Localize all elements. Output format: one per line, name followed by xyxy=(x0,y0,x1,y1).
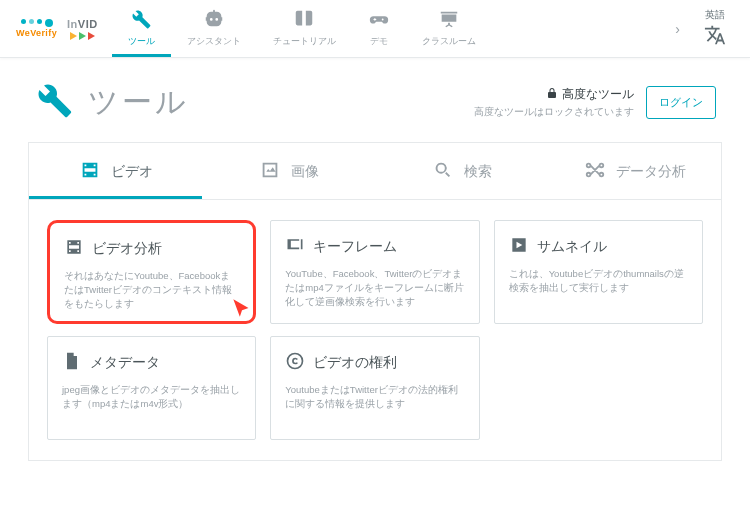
nav-more-chevron-icon[interactable]: › xyxy=(665,21,690,37)
book-icon xyxy=(293,8,315,32)
language-selector[interactable]: 英語 xyxy=(690,8,740,50)
nav-demo[interactable]: デモ xyxy=(352,0,406,57)
tab-search[interactable]: 検索 xyxy=(375,143,548,199)
search-icon xyxy=(432,159,454,184)
card-desc: jpeg画像とビデオのメタデータを抽出します（mp4またはm4v形式） xyxy=(62,383,241,411)
nav-classroom[interactable]: クラスルーム xyxy=(406,0,492,57)
film-icon xyxy=(64,237,84,261)
card-desc: YouTube、Facebook、Twitterのビデオまたはmp4ファイルをキ… xyxy=(285,267,464,308)
tool-tabs: ビデオ 画像 検索 データ分析 xyxy=(29,143,721,200)
top-nav: WeVerify InVID ツール アシスタント チュートリアル xyxy=(0,0,750,58)
wrench-icon xyxy=(34,80,74,124)
invid-logo: InVID xyxy=(67,18,98,40)
tool-cards: ビデオ分析 それはあなたにYoutube、FacebookまたはTwitterビ… xyxy=(29,200,721,460)
card-title: ビデオの権利 xyxy=(313,354,397,372)
brand-logos: WeVerify InVID xyxy=(10,18,104,40)
page-title: ツール xyxy=(88,82,189,123)
network-icon xyxy=(584,159,606,184)
card-metadata[interactable]: メタデータ jpeg画像とビデオのメタデータを抽出します（mp4またはm4v形式… xyxy=(47,336,256,440)
translate-icon xyxy=(704,24,726,50)
nav-tutorial[interactable]: チュートリアル xyxy=(257,0,352,57)
frames-icon xyxy=(285,235,305,259)
card-video-analysis[interactable]: ビデオ分析 それはあなたにYoutube、FacebookまたはTwitterビ… xyxy=(47,220,256,324)
main-nav: ツール アシスタント チュートリアル デモ クラスルーム xyxy=(112,0,492,57)
card-desc: YoutubeまたはTwitterビデオの法的権利に関する情報を提供します xyxy=(285,383,464,411)
card-title: サムネイル xyxy=(537,238,607,256)
card-title: メタデータ xyxy=(90,354,160,372)
nav-tools[interactable]: ツール xyxy=(112,0,171,57)
language-label: 英語 xyxy=(705,8,725,22)
card-desc: それはあなたにYoutube、FacebookまたはTwitterビデオのコンテ… xyxy=(64,269,239,310)
advanced-tools-info: 高度なツール 高度なツールはロックされています xyxy=(474,86,634,119)
robot-icon xyxy=(203,8,225,32)
tab-video[interactable]: ビデオ xyxy=(29,143,202,199)
image-icon xyxy=(259,159,281,184)
film-icon xyxy=(79,159,101,184)
card-title: ビデオ分析 xyxy=(92,240,162,258)
copyright-icon xyxy=(285,351,305,375)
card-keyframe[interactable]: キーフレーム YouTube、Facebook、Twitterのビデオまたはmp… xyxy=(270,220,479,324)
wrench-icon xyxy=(130,8,152,32)
tools-panel: ビデオ 画像 検索 データ分析 ビデオ分析 xyxy=(28,142,722,461)
play-icon xyxy=(509,235,529,259)
lock-icon xyxy=(546,87,558,102)
card-title: キーフレーム xyxy=(313,238,397,256)
card-video-rights[interactable]: ビデオの権利 YoutubeまたはTwitterビデオの法的権利に関する情報を提… xyxy=(270,336,479,440)
gamepad-icon xyxy=(368,8,390,32)
page-header: ツール 高度なツール 高度なツールはロックされています ログイン xyxy=(0,58,750,134)
card-thumbnail[interactable]: サムネイル これは、Youtubeビデオのthumnailsの逆検索を抽出して実… xyxy=(494,220,703,324)
cursor-arrow-icon xyxy=(229,295,255,325)
presentation-icon xyxy=(438,8,460,32)
file-icon xyxy=(62,351,82,375)
tab-data[interactable]: データ分析 xyxy=(548,143,721,199)
nav-assistant[interactable]: アシスタント xyxy=(171,0,257,57)
card-desc: これは、Youtubeビデオのthumnailsの逆検索を抽出して実行します xyxy=(509,267,688,295)
weverify-logo: WeVerify xyxy=(16,19,57,38)
tab-image[interactable]: 画像 xyxy=(202,143,375,199)
login-button[interactable]: ログイン xyxy=(646,86,716,119)
